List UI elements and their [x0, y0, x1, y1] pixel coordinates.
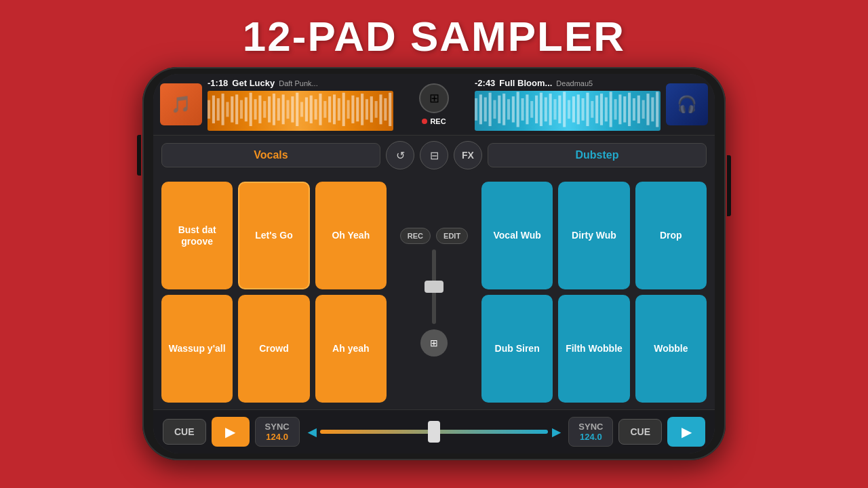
phone-shell: -1:18 Get Lucky Daft Punk...	[142, 67, 726, 460]
svg-rect-26	[328, 96, 331, 122]
svg-rect-57	[553, 99, 556, 119]
play-button-right[interactable]: ▶	[667, 417, 705, 447]
svg-rect-25	[323, 101, 326, 118]
cue-button-left[interactable]: CUE	[163, 419, 206, 445]
svg-rect-29	[342, 93, 345, 126]
svg-rect-54	[540, 93, 542, 126]
pad-dirty-wub[interactable]: Dirty Wub	[558, 182, 629, 289]
svg-rect-43	[489, 93, 492, 126]
svg-rect-14	[273, 94, 275, 125]
svg-rect-53	[535, 96, 538, 123]
sampler-label-left[interactable]: Vocals	[161, 143, 380, 167]
svg-rect-58	[558, 96, 561, 123]
sampler-label-right[interactable]: Dubstep	[488, 143, 707, 167]
grid-button[interactable]: ⊞	[420, 329, 448, 357]
svg-rect-59	[563, 92, 566, 127]
svg-rect-19	[296, 93, 298, 126]
svg-rect-34	[366, 99, 368, 119]
svg-rect-42	[484, 98, 487, 122]
pad-lets-go[interactable]: Let's Go	[238, 182, 309, 289]
svg-rect-77	[646, 94, 649, 125]
deck-right-meta: -2:43 Full Bloom... Deadmau5	[475, 78, 660, 88]
pad-ah-yeah[interactable]: Ah yeah	[315, 295, 387, 403]
pad-wobble[interactable]: Wobble	[635, 295, 707, 403]
pad-drop[interactable]: Drop	[635, 182, 707, 289]
svg-rect-56	[549, 94, 552, 125]
svg-rect-4	[226, 102, 229, 117]
svg-rect-70	[614, 99, 617, 119]
svg-rect-55	[545, 98, 547, 122]
svg-rect-76	[642, 100, 645, 119]
svg-rect-49	[517, 92, 519, 127]
svg-rect-50	[521, 98, 524, 121]
pad-bust-dat-groove[interactable]: Bust dat groove	[161, 182, 233, 289]
mixer-btn[interactable]: ⊟	[420, 141, 448, 169]
rec-label: REC	[430, 117, 446, 125]
svg-rect-23	[315, 99, 317, 119]
crossfader-handle[interactable]	[428, 421, 440, 443]
loop-btn[interactable]: ↺	[386, 141, 414, 169]
deck-left: -1:18 Get Lucky Daft Punk...	[153, 74, 400, 135]
logo-circle[interactable]: ⊞	[419, 83, 449, 113]
svg-rect-73	[628, 93, 631, 126]
fader-track[interactable]	[432, 249, 436, 324]
play-button-left[interactable]: ▶	[212, 417, 250, 447]
svg-rect-61	[572, 96, 575, 122]
svg-rect-52	[530, 101, 533, 118]
pad-wassup-yall[interactable]: Wassup y'all	[161, 295, 233, 403]
fx-btn[interactable]: FX	[454, 141, 482, 169]
svg-rect-36	[375, 101, 378, 118]
deck-left-meta: -1:18 Get Lucky Daft Punk...	[208, 78, 393, 88]
sync-label-right: SYNC	[578, 422, 603, 432]
svg-rect-51	[526, 95, 528, 125]
pad-crowd[interactable]: Crowd	[238, 295, 309, 403]
svg-rect-79	[656, 92, 658, 127]
svg-rect-44	[493, 100, 496, 119]
play-icon-left: ▶	[225, 424, 235, 440]
svg-rect-41	[479, 95, 482, 125]
play-icon-right: ▶	[682, 424, 692, 440]
svg-rect-35	[370, 96, 373, 122]
svg-rect-33	[361, 94, 363, 125]
svg-rect-21	[305, 98, 308, 122]
cue-button-right[interactable]: CUE	[618, 419, 662, 445]
svg-rect-46	[502, 94, 505, 125]
svg-rect-24	[319, 94, 321, 125]
svg-rect-38	[384, 98, 387, 121]
pads-right: Vocal Wub Dirty Wub Drop Dub Siren Filth…	[481, 182, 707, 403]
pad-vocal-wub[interactable]: Vocal Wub	[481, 182, 553, 289]
svg-rect-10	[254, 99, 257, 119]
album-art-left	[160, 83, 202, 125]
crossfader-track[interactable]	[320, 430, 549, 434]
svg-rect-75	[637, 96, 640, 123]
pad-oh-yeah[interactable]: Oh Yeah	[315, 182, 387, 289]
sync-bpm-right: 124.0	[580, 432, 602, 442]
svg-rect-18	[291, 96, 294, 122]
waveform-left	[208, 91, 393, 131]
sync-block-right[interactable]: SYNC 124.0	[568, 417, 613, 447]
pad-dub-siren[interactable]: Dub Siren	[481, 295, 553, 403]
fader-handle[interactable]	[425, 281, 443, 293]
svg-rect-48	[512, 96, 515, 122]
svg-rect-60	[568, 100, 570, 119]
sampler-bar: Vocals ↺ ⊟ FX Dubstep	[153, 135, 715, 175]
deck-right-title: Full Bloom...	[499, 78, 552, 88]
svg-rect-3	[222, 94, 224, 125]
svg-rect-72	[623, 96, 626, 122]
deck-left-title: Get Lucky	[232, 78, 275, 88]
svg-rect-6	[235, 95, 238, 125]
svg-rect-40	[475, 98, 477, 121]
deck-right-artist: Deadmau5	[556, 79, 593, 87]
transport-bar: CUE ▶ SYNC 124.0 ◀ ▶ SYNC 124.0 CUE	[153, 409, 715, 453]
svg-rect-64	[586, 93, 589, 126]
edit-button[interactable]: EDIT	[436, 228, 468, 244]
pad-filth-wobble[interactable]: Filth Wobble	[558, 295, 629, 403]
svg-rect-9	[250, 93, 252, 126]
svg-rect-69	[610, 92, 612, 127]
rec-button[interactable]: REC	[400, 228, 431, 244]
svg-rect-47	[507, 99, 510, 119]
sync-block-left[interactable]: SYNC 124.0	[255, 417, 300, 447]
pads-section: Bust dat groove Let's Go Oh Yeah Wassup …	[153, 175, 715, 409]
svg-rect-12	[263, 101, 266, 118]
phone-screen: -1:18 Get Lucky Daft Punk...	[153, 74, 715, 453]
